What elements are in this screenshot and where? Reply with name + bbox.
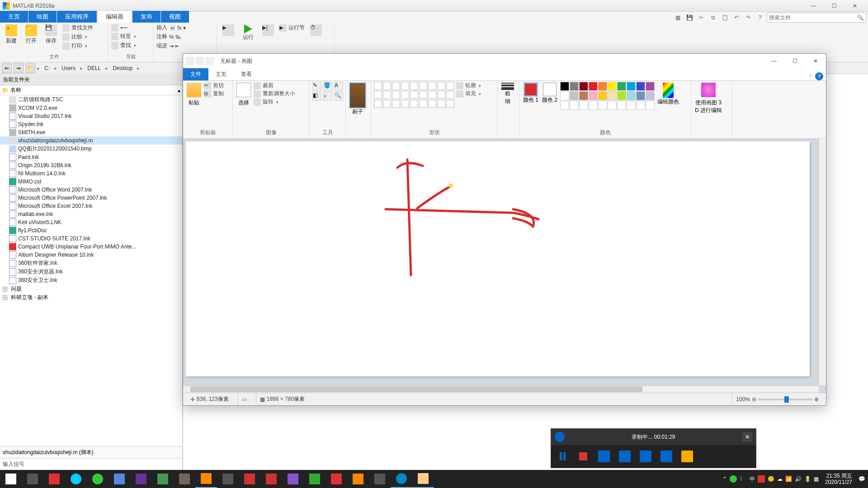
minimize-button[interactable]: — [803, 0, 824, 12]
taskbar-app-11[interactable] [347, 470, 369, 488]
tray-battery-icon[interactable]: 🔋 [804, 476, 811, 482]
eraser-tool-icon[interactable]: ◧ [312, 92, 321, 101]
tray-volume-icon[interactable]: 🔊 [795, 476, 802, 482]
shape-cell[interactable] [383, 82, 391, 90]
back-button[interactable]: ⇐ [2, 63, 12, 73]
tray-icon-3[interactable]: ☁ [777, 476, 783, 482]
pencil-tool-icon[interactable]: ✎ [312, 82, 321, 91]
text-tool-icon[interactable]: A [334, 82, 343, 91]
shape-cell[interactable] [410, 91, 418, 99]
tray-icon-4[interactable]: ▦ [814, 476, 819, 482]
close-button[interactable]: ✕ [844, 0, 865, 12]
paint-title-bar[interactable]: 无标题 - 画图 — ☐ ✕ [183, 54, 826, 68]
palette-color[interactable] [598, 82, 607, 91]
file-row[interactable]: 360安全卫士.lnk [0, 276, 182, 285]
goto-button[interactable]: ⟵ [110, 23, 137, 32]
run-advance-button[interactable]: ▶| [259, 23, 278, 38]
file-row[interactable]: 360安全浏览器.lnk [0, 267, 182, 276]
palette-color[interactable] [627, 101, 636, 110]
recorder-close-button[interactable]: ✕ [742, 432, 752, 442]
palette-color[interactable] [646, 101, 655, 110]
tray-sogou-icon[interactable] [758, 475, 765, 483]
expand-icon[interactable]: + [3, 287, 7, 291]
paint-tab-home[interactable]: 主页 [208, 68, 234, 80]
shape-cell[interactable] [392, 100, 400, 108]
shape-cell[interactable] [383, 91, 391, 99]
breakpoints-button[interactable]: ▶ [219, 23, 238, 38]
paste-quick-icon[interactable]: 📋 [720, 13, 730, 23]
paint-maximize-button[interactable]: ☐ [784, 54, 805, 68]
taskbar-app-6[interactable] [239, 470, 260, 488]
shape-cell[interactable] [401, 82, 409, 90]
shape-cell[interactable] [437, 91, 445, 99]
file-row[interactable]: XCOM V2.0.exe [0, 104, 182, 112]
redo-quick-icon[interactable]: ↷ [743, 13, 753, 23]
file-row[interactable]: matlab.exe.lnk [0, 210, 182, 218]
shape-cell[interactable] [446, 91, 454, 99]
rotate-button[interactable]: 旋转 [254, 98, 295, 106]
help-icon[interactable]: ? [755, 13, 765, 23]
fill-tool-icon[interactable]: 🪣 [323, 82, 332, 91]
file-row[interactable]: MIMO.cst [0, 178, 182, 186]
recorder-tool1-icon[interactable] [597, 450, 611, 463]
palette-color[interactable] [589, 82, 598, 91]
palette-color[interactable] [570, 82, 579, 91]
palette-color[interactable] [617, 82, 626, 91]
save-button[interactable]: 💾保存 [42, 23, 61, 46]
palette-color[interactable] [646, 91, 655, 100]
shape-cell[interactable] [419, 82, 427, 90]
paint-help-icon[interactable]: ? [815, 72, 823, 80]
shape-cell[interactable] [419, 100, 427, 108]
palette-color[interactable] [598, 101, 607, 110]
paste-button[interactable]: 粘贴 [186, 82, 202, 108]
copy-quick-icon[interactable]: ⧉ [708, 13, 718, 23]
save-quick-icon[interactable]: 💾 [684, 13, 694, 23]
file-row[interactable]: Keil uVision5.LNK [0, 218, 182, 226]
folder-row[interactable]: +科研立项 - 副本 [0, 293, 182, 302]
new-button[interactable]: ＋新建 [2, 23, 21, 46]
shape-cell[interactable] [374, 91, 382, 99]
crumb-users[interactable]: Users [59, 65, 78, 71]
file-row[interactable]: Compact UWB Uniplanar Four-Port MIMO Ant… [0, 243, 182, 251]
palette-color[interactable] [598, 91, 607, 100]
run-button[interactable]: 运行 [239, 23, 258, 42]
file-row[interactable]: SMITH.exe [0, 128, 182, 136]
search-input[interactable] [769, 14, 857, 21]
shape-cell[interactable] [437, 82, 445, 90]
ribbon-collapse-icon[interactable]: ⌃ [805, 74, 815, 80]
paint-tab-view[interactable]: 查看 [234, 68, 259, 80]
name-column-header[interactable]: 📁名称▴ [0, 85, 182, 95]
taskbar-app-2[interactable] [108, 470, 130, 488]
palette-color[interactable] [589, 91, 598, 100]
search-icon[interactable]: 🔍 [857, 14, 864, 21]
paint-qat-redo-icon[interactable] [206, 57, 214, 65]
palette-color[interactable] [608, 101, 617, 110]
paint-close-button[interactable]: ✕ [805, 54, 826, 68]
palette-color[interactable] [636, 101, 645, 110]
palette-color[interactable] [627, 91, 636, 100]
file-row[interactable]: Microsoft Office Word 2007.lnk [0, 186, 182, 194]
palette-color[interactable] [579, 91, 588, 100]
shape-cell[interactable] [446, 100, 454, 108]
shape-cell[interactable] [392, 82, 400, 90]
recorder-pause-button[interactable] [556, 450, 569, 463]
taskbar-app-1[interactable] [43, 470, 65, 488]
crumb-desktop[interactable]: Desktop [110, 65, 135, 71]
taskbar-recorder[interactable] [391, 470, 412, 488]
shape-cell[interactable] [401, 100, 409, 108]
file-row[interactable]: CST STUDIO SUITE 2017.lnk [0, 235, 182, 243]
tab-plots[interactable]: 绘图 [28, 11, 57, 23]
insert-button[interactable]: 插入 💀 fx ▾ [156, 23, 187, 32]
taskbar-paint[interactable] [412, 470, 434, 488]
cut-button[interactable]: ✂剪切 [204, 82, 224, 89]
tray-chevron-icon[interactable]: ⌃ [722, 476, 727, 482]
file-row[interactable]: Spyder.lnk [0, 120, 182, 128]
find-button[interactable]: 查找 [110, 41, 137, 50]
paint-hscroll[interactable] [183, 385, 819, 393]
color1-button[interactable]: 颜色 1 [522, 82, 539, 105]
search-docs[interactable]: 🔍 [767, 13, 866, 23]
taskbar-app-5[interactable] [217, 470, 239, 488]
tab-apps[interactable]: 应用程序 [57, 11, 97, 23]
taskbar-edge[interactable] [65, 470, 87, 488]
shape-fill-button[interactable]: 填充 [456, 90, 481, 98]
